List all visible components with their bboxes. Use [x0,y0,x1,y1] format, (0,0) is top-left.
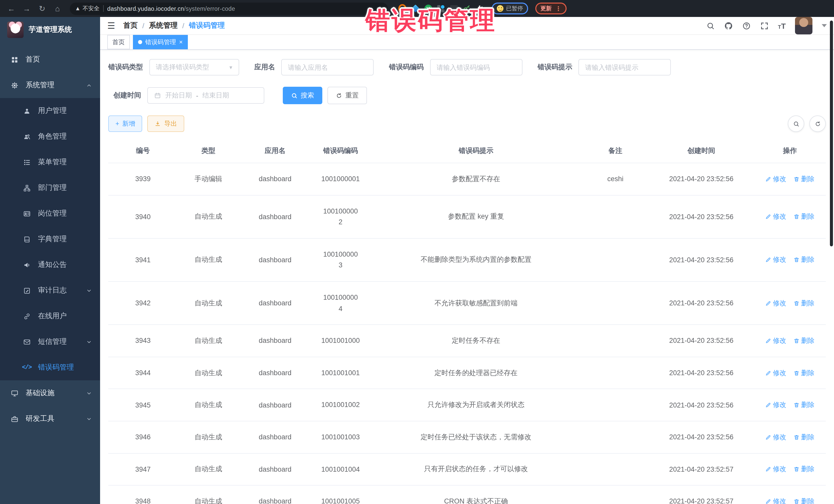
sidebar-item-审计日志[interactable]: 审计日志 [0,278,100,303]
sidebar-item-岗位管理[interactable]: 岗位管理 [0,201,100,226]
forward-icon[interactable]: → [21,2,33,15]
delete-link[interactable]: 删除 [793,255,814,265]
reset-button[interactable]: 重置 [327,87,367,104]
edit-link[interactable]: 修改 [765,212,786,221]
delete-link[interactable]: 删除 [793,368,814,377]
add-button[interactable]: + 新增 [108,115,142,132]
delete-link[interactable]: 删除 [793,400,814,410]
row-id: 3941 [108,238,178,282]
github-icon[interactable] [724,21,733,30]
sidebar-item-基础设施[interactable]: 基础设施 [0,380,100,406]
delete-link[interactable]: 删除 [793,175,814,184]
sidebar-item-用户管理[interactable]: 用户管理 [0,98,100,124]
row-actions: 修改删除 [754,421,826,453]
trash-icon [793,498,799,504]
megaphone-icon [23,261,31,269]
date-range-picker[interactable]: 开始日期 - 结束日期 [147,87,264,104]
help-icon[interactable] [742,21,751,30]
reload-icon[interactable]: ↻ [36,2,48,15]
org-tree-icon [23,184,31,192]
delete-link[interactable]: 删除 [793,212,814,221]
search-button[interactable]: 搜索 [283,87,322,104]
error-code-input[interactable] [430,59,522,75]
sidebar-item-研发工具[interactable]: 研发工具 [0,406,100,432]
trash-icon [793,257,799,263]
sidebar-item-错误码管理[interactable]: </>错误码管理 [0,355,100,380]
browser-update-button[interactable]: 更新 ⋮ [535,3,567,14]
sidebar-item-label: 系统管理 [26,81,54,90]
breadcrumb-current: 错误码管理 [189,21,225,30]
show-search-button[interactable] [788,115,804,132]
create-time-label: 创建时间 [113,91,141,100]
sidebar-item-通知公告[interactable]: 通知公告 [0,252,100,278]
row-message: 定时任务的处理器已经存在 [370,357,582,389]
breadcrumb-home[interactable]: 首页 [124,21,138,30]
edit-link[interactable]: 修改 [765,465,786,474]
error-type-select[interactable]: 请选择错误码类型 ▾ [149,59,239,75]
column-header-错误码编码: 错误码编码 [311,139,370,163]
edit-link[interactable]: 修改 [765,299,786,308]
not-secure-warning[interactable]: ▲ 不安全 [75,5,100,12]
sidebar-item-短信管理[interactable]: 短信管理 [0,329,100,355]
delete-link[interactable]: 删除 [793,299,814,308]
delete-link[interactable]: 删除 [793,432,814,442]
pen-icon [765,434,771,440]
logo[interactable]: 芋道管理系统 [0,17,100,43]
browser-menu-icon[interactable]: ⋮ [555,5,562,12]
edit-link[interactable]: 修改 [765,368,786,377]
sidebar-item-系统管理[interactable]: 系统管理 [0,72,100,98]
annotation-title: 错误码管理 [366,4,496,37]
row-id: 3948 [108,485,178,504]
tab-close-icon[interactable]: × [179,39,183,46]
user-avatar[interactable] [795,17,812,35]
row-id: 3947 [108,453,178,485]
avatar-dropdown-icon[interactable] [822,24,827,27]
sidebar-item-在线用户[interactable]: 在线用户 [0,303,100,329]
table-row: 3948自动生成dashboard1001001005CRON 表达式不正确20… [108,485,826,504]
delete-link[interactable]: 删除 [793,465,814,474]
plus-icon: + [115,120,119,127]
breadcrumb-system[interactable]: 系统管理 [149,21,178,30]
sidebar-item-label: 错误码管理 [38,363,74,372]
edit-link[interactable]: 修改 [765,400,786,410]
home-icon[interactable]: ⌂ [51,2,64,15]
profile-paused-chip[interactable]: 已暂停 [492,3,528,14]
header-search-icon[interactable] [706,21,715,30]
breadcrumb: 首页 / 系统管理 / 错误码管理 [124,21,225,30]
app-name-input[interactable] [281,59,374,75]
error-msg-input[interactable] [578,59,671,75]
row-id: 3940 [108,195,178,238]
row-type: 自动生成 [178,325,239,357]
edit-link[interactable]: 修改 [765,175,786,184]
edit-link[interactable]: 修改 [765,336,786,345]
sidebar-menu: 首页系统管理用户管理角色管理菜单管理部门管理岗位管理字典管理通知公告审计日志在线… [0,47,100,504]
address-bar[interactable]: ▲ 不安全 dashboard.yudao.iocoder.cn/system/… [70,2,388,15]
date-start-placeholder[interactable]: 开始日期 [165,91,192,100]
row-created: 2021-04-20 23:52:56 [649,389,754,421]
refresh-table-button[interactable] [809,115,826,132]
delete-link[interactable]: 删除 [793,497,814,504]
edit-link[interactable]: 修改 [765,432,786,442]
edit-link[interactable]: 修改 [765,497,786,504]
date-end-placeholder[interactable]: 结束日期 [202,91,229,100]
trash-icon [793,434,799,440]
toolbox-icon [10,415,19,423]
sidebar-item-首页[interactable]: 首页 [0,47,100,72]
sidebar-item-字典管理[interactable]: 字典管理 [0,226,100,252]
sidebar-item-部门管理[interactable]: 部门管理 [0,175,100,201]
tab-error-code[interactable]: 错误码管理 × [133,35,188,49]
fullscreen-icon[interactable] [760,21,769,30]
scrollbar-thumb[interactable] [830,21,833,246]
tab-home[interactable]: 首页 [107,35,130,49]
table-row: 3939手动编辑dashboard1001000001参数配置不存在ceshi2… [108,163,826,195]
row-app: dashboard [239,453,311,485]
delete-link[interactable]: 删除 [793,336,814,345]
edit-link[interactable]: 修改 [765,255,786,265]
export-button[interactable]: 导出 [148,115,184,132]
menu-list-icon [23,158,31,166]
sidebar-item-菜单管理[interactable]: 菜单管理 [0,149,100,175]
hamburger-icon[interactable]: ☰ [107,21,115,30]
font-size-icon[interactable]: TT [778,21,786,30]
sidebar-item-角色管理[interactable]: 角色管理 [0,124,100,149]
back-icon[interactable]: ← [5,2,18,15]
